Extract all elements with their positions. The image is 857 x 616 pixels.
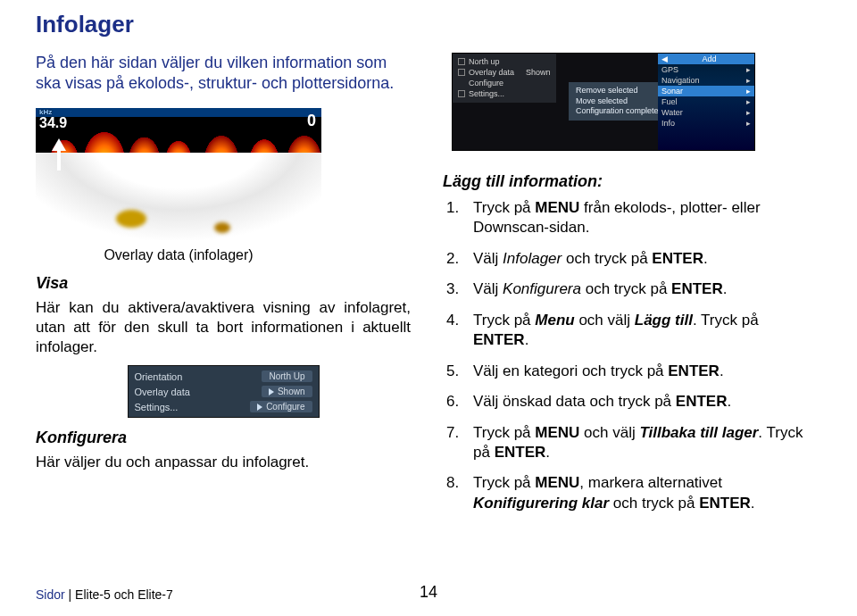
- win-right-panel: ◀Add GPS▸ Navigation▸ Sonar▸ Fuel▸ Water…: [658, 54, 754, 150]
- sonar-screenshot: 34.9 0: [36, 108, 321, 240]
- win-rt-item: Water▸: [658, 107, 754, 118]
- win-mid-popup: Remove selected Move selected Configurat…: [569, 82, 666, 121]
- win-rt-item: Fuel▸: [658, 96, 754, 107]
- config-window-screenshot: North up Overlay data Shown Configure Se…: [452, 53, 755, 151]
- ov-orientation-value: North Up: [262, 370, 312, 382]
- overlay-settings-screenshot: Orientation North Up Overlay data Shown …: [128, 365, 320, 418]
- step-6: Välj önskad data och tryck på ENTER.: [443, 392, 818, 412]
- win-rt-item: Navigation▸: [658, 75, 754, 86]
- steps-list: Tryck på MENU från ekolods-, plotter- el…: [443, 198, 818, 513]
- sonar-depth: 34.9: [39, 110, 67, 131]
- ov-orientation-label: Orientation: [135, 371, 183, 382]
- visa-heading: Visa: [36, 274, 411, 293]
- step-4: Tryck på Menu och välj Lägg till. Tryck …: [443, 311, 818, 351]
- win-rt-item: Sonar▸: [658, 86, 754, 96]
- triangle-right-icon: [257, 404, 262, 411]
- ov-settings-label: Settings...: [135, 402, 179, 412]
- checkbox-icon: [458, 90, 465, 97]
- ov-overlay-value: Shown: [262, 386, 312, 397]
- page-title: Infolager: [36, 11, 821, 38]
- win-top-left-panel: North up Overlay data Shown Configure Se…: [453, 54, 556, 103]
- win-rt-item: GPS▸: [658, 64, 754, 75]
- step-8: Tryck på MENU, markera alternativet Koni…: [443, 473, 818, 513]
- konfigurera-heading: Konfigurera: [36, 429, 411, 447]
- step-3: Välj Konfigurera och tryck på ENTER.: [443, 279, 818, 299]
- visa-text: Här kan du aktivera/avaktivera visning a…: [36, 298, 411, 356]
- page-number: 14: [0, 583, 857, 602]
- sonar-caption: Overlay data (infolager): [36, 247, 321, 263]
- step-2: Välj Infolager och tryck på ENTER.: [443, 249, 818, 269]
- left-column: På den här sidan väljer du vilken inform…: [36, 53, 411, 524]
- win-rt-header: ◀Add: [658, 54, 754, 64]
- win-rt-item: Info▸: [658, 118, 754, 129]
- konfigurera-text: Här väljer du och anpassar du infolagret…: [36, 453, 411, 472]
- sonar-right-num: 0: [307, 112, 316, 130]
- intro-text: På den här sidan väljer du vilken inform…: [36, 53, 411, 94]
- step-5: Välj en kategori och tryck på ENTER.: [443, 362, 818, 381]
- overlay-arrow-icon: [52, 138, 66, 151]
- checkbox-icon: [458, 69, 465, 76]
- ov-overlay-label: Overlay data: [135, 387, 190, 397]
- ov-settings-value: Configure: [250, 401, 312, 412]
- step-7: Tryck på MENU och välj Tillbaka till lag…: [443, 423, 818, 463]
- step-1: Tryck på MENU från ekolods-, plotter- el…: [443, 198, 818, 238]
- checkbox-icon: [458, 58, 465, 65]
- right-column: North up Overlay data Shown Configure Se…: [443, 53, 818, 524]
- triangle-right-icon: [269, 388, 274, 395]
- add-info-heading: Lägg till information:: [443, 172, 818, 191]
